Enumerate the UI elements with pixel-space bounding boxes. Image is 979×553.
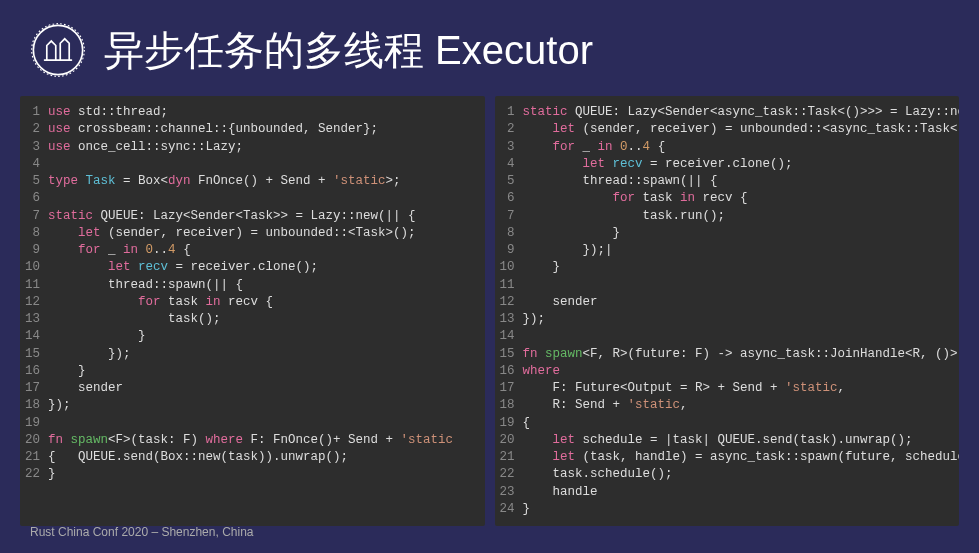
code-line: 16where xyxy=(495,363,950,380)
code-line: 18}); xyxy=(20,397,475,414)
code-line: 5type Task = Box<dyn FnOnce() + Send + '… xyxy=(20,173,475,190)
code-content: let (sender, receiver) = unbounded::<Tas… xyxy=(48,225,416,242)
code-content: fn spawn<F>(task: F) where F: FnOnce()+ … xyxy=(48,432,453,449)
code-content: let schedule = |task| QUEUE.send(task).u… xyxy=(523,432,913,449)
slide-footer: Rust China Conf 2020 – Shenzhen, China xyxy=(30,525,253,539)
line-number: 15 xyxy=(20,346,48,363)
line-number: 10 xyxy=(20,259,48,276)
svg-point-1 xyxy=(32,24,85,77)
line-number: 4 xyxy=(495,156,523,173)
line-number: 19 xyxy=(20,415,48,432)
code-line: 11 thread::spawn(|| { xyxy=(20,277,475,294)
code-line: 14 xyxy=(495,328,950,345)
code-content: } xyxy=(48,363,86,380)
line-number: 9 xyxy=(20,242,48,259)
line-number: 3 xyxy=(20,139,48,156)
code-content: }); xyxy=(48,397,71,414)
line-number: 21 xyxy=(20,449,48,466)
line-number: 13 xyxy=(495,311,523,328)
code-line: 21 let (task, handle) = async_task::spaw… xyxy=(495,449,950,466)
code-line: 15 }); xyxy=(20,346,475,363)
code-line: 20fn spawn<F>(task: F) where F: FnOnce()… xyxy=(20,432,475,449)
code-content: let (sender, receiver) = unbounded::<asy… xyxy=(523,121,960,138)
line-number: 12 xyxy=(20,294,48,311)
code-content: thread::spawn(|| { xyxy=(523,173,718,190)
code-line: 20 let schedule = |task| QUEUE.send(task… xyxy=(495,432,950,449)
code-line: 2 let (sender, receiver) = unbounded::<a… xyxy=(495,121,950,138)
code-line: 17 F: Future<Output = R> + Send + 'stati… xyxy=(495,380,950,397)
code-content: task.schedule(); xyxy=(523,466,673,483)
code-content: } xyxy=(523,225,621,242)
line-number: 8 xyxy=(20,225,48,242)
code-content: let recv = receiver.clone(); xyxy=(523,156,793,173)
line-number: 7 xyxy=(20,208,48,225)
code-content: R: Send + 'static, xyxy=(523,397,688,414)
code-line: 10 let recv = receiver.clone(); xyxy=(20,259,475,276)
code-line: 15fn spawn<F, R>(future: F) -> async_tas… xyxy=(495,346,950,363)
code-line: 8 let (sender, receiver) = unbounded::<T… xyxy=(20,225,475,242)
line-number: 16 xyxy=(495,363,523,380)
code-content: type Task = Box<dyn FnOnce() + Send + 's… xyxy=(48,173,401,190)
line-number: 19 xyxy=(495,415,523,432)
code-content: static QUEUE: Lazy<Sender<async_task::Ta… xyxy=(523,104,960,121)
code-content: } xyxy=(48,466,56,483)
code-line: 12 for task in recv { xyxy=(20,294,475,311)
code-line: 14 } xyxy=(20,328,475,345)
code-line: 12 sender xyxy=(495,294,950,311)
line-number: 22 xyxy=(20,466,48,483)
svg-point-0 xyxy=(33,25,82,74)
code-panels: 1use std::thread;2use crossbeam::channel… xyxy=(0,88,979,526)
code-line: 11 xyxy=(495,277,950,294)
line-number: 13 xyxy=(20,311,48,328)
code-line: 21{ QUEUE.send(Box::new(task)).unwrap(); xyxy=(20,449,475,466)
code-content: { xyxy=(523,415,531,432)
line-number: 15 xyxy=(495,346,523,363)
code-line: 1use std::thread; xyxy=(20,104,475,121)
line-number: 20 xyxy=(495,432,523,449)
code-content: sender xyxy=(523,294,598,311)
code-line: 13}); xyxy=(495,311,950,328)
code-content: task.run(); xyxy=(523,208,726,225)
code-content: let (task, handle) = async_task::spawn(f… xyxy=(523,449,960,466)
code-content: }); xyxy=(523,311,546,328)
code-content: task(); xyxy=(48,311,221,328)
code-line: 7static QUEUE: Lazy<Sender<Task>> = Lazy… xyxy=(20,208,475,225)
line-number: 5 xyxy=(495,173,523,190)
code-line: 9 });| xyxy=(495,242,950,259)
code-line: 1static QUEUE: Lazy<Sender<async_task::T… xyxy=(495,104,950,121)
line-number: 11 xyxy=(495,277,523,294)
code-line: 17 sender xyxy=(20,380,475,397)
line-number: 17 xyxy=(495,380,523,397)
code-content: }); xyxy=(48,346,131,363)
line-number: 16 xyxy=(20,363,48,380)
code-content: let recv = receiver.clone(); xyxy=(48,259,318,276)
code-content: fn spawn<F, R>(future: F) -> async_task:… xyxy=(523,346,958,363)
line-number: 12 xyxy=(495,294,523,311)
line-number: 20 xyxy=(20,432,48,449)
line-number: 1 xyxy=(20,104,48,121)
code-line: 19 xyxy=(20,415,475,432)
code-content: for _ in 0..4 { xyxy=(48,242,191,259)
code-line: 13 task(); xyxy=(20,311,475,328)
code-line: 3use once_cell::sync::Lazy; xyxy=(20,139,475,156)
code-line: 9 for _ in 0..4 { xyxy=(20,242,475,259)
line-number: 10 xyxy=(495,259,523,276)
code-content: handle xyxy=(523,484,598,501)
line-number: 21 xyxy=(495,449,523,466)
code-line: 10 } xyxy=(495,259,950,276)
code-line: 5 thread::spawn(|| { xyxy=(495,173,950,190)
code-content: where xyxy=(523,363,561,380)
line-number: 7 xyxy=(495,208,523,225)
slide-header: 异步任务的多线程 Executor xyxy=(0,0,979,88)
code-content: for _ in 0..4 { xyxy=(523,139,666,156)
code-content: static QUEUE: Lazy<Sender<Task>> = Lazy:… xyxy=(48,208,416,225)
code-content: use std::thread; xyxy=(48,104,168,121)
code-content: for task in recv { xyxy=(523,190,748,207)
line-number: 22 xyxy=(495,466,523,483)
code-line: 2use crossbeam::channel::{unbounded, Sen… xyxy=(20,121,475,138)
code-content: });| xyxy=(523,242,613,259)
line-number: 18 xyxy=(495,397,523,414)
code-line: 3 for _ in 0..4 { xyxy=(495,139,950,156)
code-line: 22} xyxy=(20,466,475,483)
code-content: } xyxy=(523,501,531,518)
